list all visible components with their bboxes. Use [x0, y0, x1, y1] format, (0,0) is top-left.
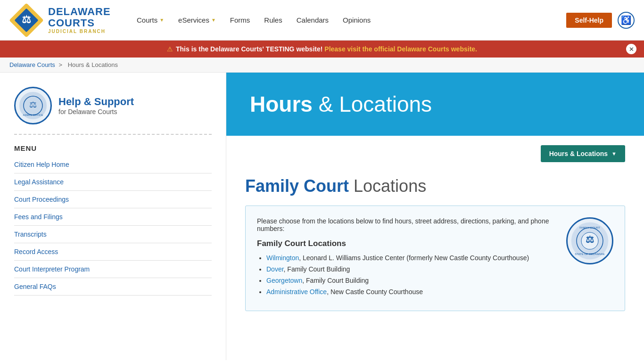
alert-banner: ⚠ This is the Delaware Courts' TESTING w… [0, 41, 644, 58]
sidebar-link-record-access[interactable]: Record Access [14, 243, 212, 260]
locations-list: Wilmington, Leonard L. Williams Justice … [257, 254, 557, 296]
menu-label: MENU [14, 144, 212, 152]
family-court-seal-svg: ⚖ STATE OF DELAWARE FAMILY COURT [571, 222, 609, 260]
sidebar-help-subtitle: for Delaware Courts [58, 108, 134, 115]
svg-text:⚖: ⚖ [22, 14, 31, 25]
family-bold: Family Court [245, 176, 349, 196]
logo-area: ⚖ DELAWARE COURTS JUDICIAL BRANCH [9, 3, 137, 37]
location-link-admin[interactable]: Administrative Office [266, 288, 327, 296]
sidebar-link-fees-filings[interactable]: Fees and Filings [14, 208, 212, 225]
family-court-heading: Family Court Locations [245, 176, 625, 196]
sidebar-menu: Citizen Help Home Legal Assistance Court… [14, 156, 212, 296]
location-link-wilmington[interactable]: Wilmington [266, 254, 299, 262]
logo-line1: DELAWARE [48, 6, 111, 17]
info-card: Please choose from the locations below t… [245, 206, 625, 311]
sidebar-item-legal-assistance[interactable]: Legal Assistance [14, 173, 212, 191]
svg-text:⚖: ⚖ [586, 234, 594, 245]
hours-locations-dropdown[interactable]: Hours & Locations ▼ [541, 145, 625, 162]
nav-eservices[interactable]: eServices ▼ [178, 16, 216, 24]
location-detail-georgetown: , Family Court Building [302, 277, 369, 284]
nav-opinions[interactable]: Opinions [343, 16, 371, 24]
eservices-chevron-icon: ▼ [211, 17, 216, 23]
location-item-admin: Administrative Office, New Castle County… [266, 288, 557, 296]
hero-rest-text: & Locations [313, 92, 432, 116]
logo-line2: COURTS [48, 17, 111, 29]
info-card-text: Please choose from the locations below t… [257, 217, 557, 299]
svg-text:⚖: ⚖ [29, 100, 37, 109]
main-layout: ⚖ ADMIN OFFICE Help & Support for Delawa… [0, 73, 644, 360]
logo-text: DELAWARE COURTS JUDICIAL BRANCH [48, 6, 111, 34]
svg-text:STATE OF DELAWARE: STATE OF DELAWARE [575, 253, 604, 255]
warning-icon: ⚠ [167, 45, 173, 53]
main-nav: Courts ▼ eServices ▼ Forms Rules Calenda… [137, 16, 566, 24]
logo-icon: ⚖ [9, 3, 43, 37]
sidebar-item-general-faqs[interactable]: General FAQs [14, 278, 212, 296]
sidebar-item-court-interpreter[interactable]: Court Interpreter Program [14, 261, 212, 278]
sidebar-link-general-faqs[interactable]: General FAQs [14, 278, 212, 295]
sidebar-item-transcripts[interactable]: Transcripts [14, 226, 212, 243]
sidebar-item-citizen-help[interactable]: Citizen Help Home [14, 156, 212, 173]
courts-chevron-icon: ▼ [159, 17, 164, 23]
page-hero: Hours & Locations [226, 73, 644, 136]
sidebar-link-court-proceedings[interactable]: Court Proceedings [14, 191, 212, 208]
family-court-seal-icon: ⚖ STATE OF DELAWARE FAMILY COURT [566, 217, 613, 264]
breadcrumb-home[interactable]: Delaware Courts [9, 61, 55, 68]
sidebar-link-citizen-help[interactable]: Citizen Help Home [14, 156, 212, 173]
header-right: Self-Help ♿ [566, 12, 635, 29]
sidebar-title-block: Help & Support for Delaware Courts [58, 96, 134, 115]
sidebar-item-fees-filings[interactable]: Fees and Filings [14, 208, 212, 226]
hero-bold-text: Hours [250, 92, 313, 116]
sidebar-item-record-access[interactable]: Record Access [14, 243, 212, 261]
page-title-section: Hours & Locations ▼ [245, 145, 625, 176]
svg-text:FAMILY COURT: FAMILY COURT [579, 226, 600, 229]
alert-text-bold: This is the Delaware Courts' TESTING web… [176, 45, 322, 53]
admin-seal-icon: ⚖ ADMIN OFFICE [14, 87, 52, 124]
accessibility-button[interactable]: ♿ [618, 12, 635, 29]
seal-svg: ⚖ ADMIN OFFICE [19, 91, 47, 120]
breadcrumb-current: Hours & Locations [68, 61, 118, 68]
sidebar-item-court-proceedings[interactable]: Court Proceedings [14, 191, 212, 208]
alert-link-text[interactable]: Please visit the official Delaware Court… [324, 45, 477, 53]
nav-calendars[interactable]: Calendars [297, 16, 329, 24]
alert-close-button[interactable]: ✕ [626, 44, 636, 54]
sidebar-logo: ⚖ ADMIN OFFICE Help & Support for Delawa… [14, 87, 212, 135]
nav-forms[interactable]: Forms [230, 16, 250, 24]
locations-subheading: Family Court Locations [257, 239, 557, 248]
location-detail-wilmington: , Leonard L. Williams Justice Center (fo… [299, 254, 529, 262]
dropdown-label-text: Hours & Locations [549, 150, 608, 157]
info-intro-text: Please choose from the locations below t… [257, 217, 557, 232]
family-rest: Locations [354, 176, 426, 196]
location-detail-dover: , Family Court Building [284, 265, 350, 273]
sidebar-help-title: Help & Support [58, 96, 134, 108]
breadcrumb: Delaware Courts > Hours & Locations [0, 58, 644, 73]
sidebar: ⚖ ADMIN OFFICE Help & Support for Delawa… [0, 73, 226, 360]
sidebar-link-transcripts[interactable]: Transcripts [14, 226, 212, 243]
sidebar-link-court-interpreter[interactable]: Court Interpreter Program [14, 261, 212, 278]
breadcrumb-separator: > [58, 61, 62, 68]
self-help-button[interactable]: Self-Help [566, 13, 612, 28]
nav-courts[interactable]: Courts ▼ [137, 16, 164, 24]
site-header: ⚖ DELAWARE COURTS JUDICIAL BRANCH Courts… [0, 0, 644, 41]
location-item-dover: Dover, Family Court Building [266, 265, 557, 273]
location-link-dover[interactable]: Dover [266, 265, 284, 273]
sidebar-link-legal-assistance[interactable]: Legal Assistance [14, 173, 212, 190]
page-hero-title: Hours & Locations [250, 91, 620, 117]
main-content: Hours & Locations Hours & Locations ▼ Fa… [226, 73, 644, 360]
location-detail-admin: , New Castle County Courthouse [327, 288, 423, 296]
location-link-georgetown[interactable]: Georgetown [266, 277, 302, 284]
location-item-georgetown: Georgetown, Family Court Building [266, 277, 557, 284]
nav-rules[interactable]: Rules [264, 16, 282, 24]
logo-line3: JUDICIAL BRANCH [48, 29, 111, 34]
content-body: Hours & Locations ▼ Family Court Locatio… [226, 145, 644, 311]
location-item-wilmington: Wilmington, Leonard L. Williams Justice … [266, 254, 557, 262]
dropdown-chevron-icon: ▼ [611, 151, 617, 156]
svg-text:ADMIN OFFICE: ADMIN OFFICE [23, 114, 43, 116]
